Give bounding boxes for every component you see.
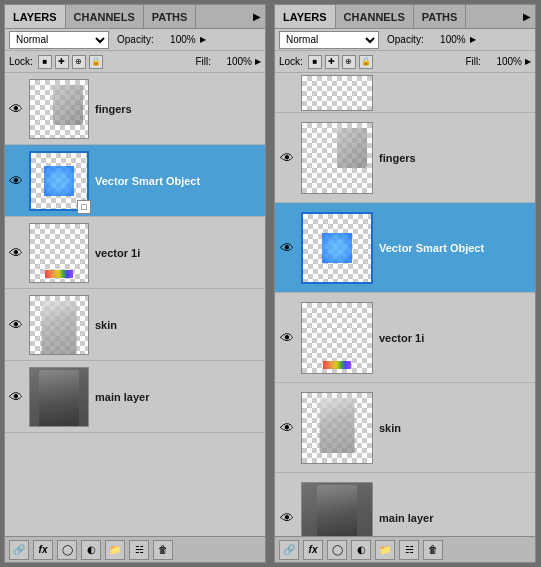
right-lock-position-icon[interactable]: ✚	[325, 55, 339, 69]
left-eye-skin[interactable]: 👁	[7, 316, 25, 334]
right-eye-main[interactable]: 👁	[277, 509, 297, 527]
left-btn-link[interactable]: 🔗	[9, 540, 29, 560]
right-fill-value: 100%	[484, 56, 522, 67]
left-lock-move-icon[interactable]: ⊕	[72, 55, 86, 69]
left-btn-new[interactable]: ☵	[129, 540, 149, 560]
right-eye-skin[interactable]: 👁	[277, 419, 297, 437]
left-fill-arrow[interactable]: ▶	[255, 57, 261, 66]
left-lock-pixels-icon[interactable]: ■	[38, 55, 52, 69]
right-lock-pixels-icon[interactable]: ■	[308, 55, 322, 69]
right-fill-arrow[interactable]: ▶	[525, 57, 531, 66]
right-name-fingers: fingers	[379, 152, 416, 164]
right-eye-top[interactable]	[277, 84, 297, 102]
left-lock-label: Lock:	[9, 56, 33, 67]
right-blend-select[interactable]: Normal	[279, 31, 379, 49]
right-name-vector-smart: Vector Smart Object	[379, 242, 484, 254]
left-tab-bar: LAYERS CHANNELS PATHS ▶	[5, 5, 265, 29]
left-fill-label: Fill:	[195, 56, 211, 67]
left-eye-vector1i[interactable]: 👁	[7, 244, 25, 262]
left-tab-paths[interactable]: PATHS	[144, 5, 197, 28]
left-btn-fx[interactable]: fx	[33, 540, 53, 560]
right-tab-channels[interactable]: CHANNELS	[336, 5, 414, 28]
right-lock-all-icon[interactable]: 🔒	[359, 55, 373, 69]
right-name-vector1i: vector 1i	[379, 332, 424, 344]
left-opacity-value: 100%	[158, 34, 196, 45]
right-eye-vector-smart[interactable]: 👁	[277, 239, 297, 257]
right-lock-row: Lock: ■ ✚ ⊕ 🔒 Fill: 100% ▶	[275, 51, 535, 73]
right-blend-row: Normal Opacity: 100% ▶	[275, 29, 535, 51]
right-opacity-value: 100%	[428, 34, 466, 45]
left-fill-value: 100%	[214, 56, 252, 67]
right-layer-fingers[interactable]: 👁 fingers	[275, 113, 535, 203]
right-layer-skin[interactable]: 👁 skin	[275, 383, 535, 473]
left-eye-fingers[interactable]: 👁	[7, 100, 25, 118]
left-layer-fingers[interactable]: 👁 fingers	[5, 73, 265, 145]
left-thumb-main	[29, 367, 89, 427]
right-btn-fx[interactable]: fx	[303, 540, 323, 560]
left-name-vector1i: vector 1i	[95, 247, 140, 259]
left-layer-main[interactable]: 👁 main layer	[5, 361, 265, 433]
right-thumb-vector1i	[301, 302, 373, 374]
right-layer-top-cropped[interactable]	[275, 73, 535, 113]
left-tab-channels[interactable]: CHANNELS	[66, 5, 144, 28]
right-layer-vector-smart[interactable]: 👁 Vector Smart Object	[275, 203, 535, 293]
right-name-main: main layer	[379, 512, 433, 524]
right-btn-group[interactable]: 📁	[375, 540, 395, 560]
right-lock-move-icon[interactable]: ⊕	[342, 55, 356, 69]
right-eye-vector1i[interactable]: 👁	[277, 329, 297, 347]
left-tab-layers[interactable]: LAYERS	[5, 5, 66, 28]
right-tab-layers[interactable]: LAYERS	[275, 5, 336, 28]
left-lock-row: Lock: ■ ✚ ⊕ 🔒 Fill: 100% ▶	[5, 51, 265, 73]
left-btn-mask[interactable]: ◯	[57, 540, 77, 560]
right-thumb-top-cropped	[301, 75, 373, 111]
right-eye-fingers[interactable]: 👁	[277, 149, 297, 167]
right-tab-paths[interactable]: PATHS	[414, 5, 467, 28]
left-layers-list[interactable]: 👁 fingers 👁 Vector Smart Object □	[5, 73, 265, 536]
right-panel: LAYERS CHANNELS PATHS ▶ Normal Opacity: …	[274, 4, 536, 563]
right-tab-bar: LAYERS CHANNELS PATHS ▶	[275, 5, 535, 29]
left-thumb-vector1i	[29, 223, 89, 283]
left-smart-badge: □	[77, 200, 91, 214]
right-thumb-vector-smart	[301, 212, 373, 284]
left-layer-vector-smart[interactable]: 👁 Vector Smart Object □	[5, 145, 265, 217]
left-layer-vector1i[interactable]: 👁 vector 1i	[5, 217, 265, 289]
right-btn-new[interactable]: ☵	[399, 540, 419, 560]
right-btn-link[interactable]: 🔗	[279, 540, 299, 560]
left-lock-position-icon[interactable]: ✚	[55, 55, 69, 69]
right-btn-mask[interactable]: ◯	[327, 540, 347, 560]
right-thumb-fingers	[301, 122, 373, 194]
right-thumb-main	[301, 482, 373, 537]
left-eye-vector-smart[interactable]: 👁	[7, 172, 25, 190]
left-btn-delete[interactable]: 🗑	[153, 540, 173, 560]
left-btn-group[interactable]: 📁	[105, 540, 125, 560]
left-bottom-toolbar: 🔗 fx ◯ ◐ 📁 ☵ 🗑	[5, 536, 265, 562]
right-opacity-label: Opacity:	[387, 34, 424, 45]
right-opacity-arrow[interactable]: ▶	[470, 35, 476, 44]
left-blend-select[interactable]: Normal	[9, 31, 109, 49]
panels-container: LAYERS CHANNELS PATHS ▶ Normal Opacity: …	[0, 0, 541, 567]
right-thumb-skin	[301, 392, 373, 464]
left-lock-all-icon[interactable]: 🔒	[89, 55, 103, 69]
left-name-skin: skin	[95, 319, 117, 331]
left-opacity-arrow[interactable]: ▶	[200, 35, 206, 44]
right-layer-main[interactable]: 👁 main layer	[275, 473, 535, 536]
left-thumb-fingers	[29, 79, 89, 139]
right-panel-menu-icon[interactable]: ▶	[519, 11, 535, 22]
left-name-vector-smart: Vector Smart Object	[95, 175, 200, 187]
right-lock-label: Lock:	[279, 56, 303, 67]
right-fill-label: Fill:	[465, 56, 481, 67]
left-panel-menu-icon[interactable]: ▶	[249, 11, 265, 22]
right-btn-delete[interactable]: 🗑	[423, 540, 443, 560]
right-layers-list[interactable]: 👁 fingers 👁 Vector Smart Object 👁	[275, 73, 535, 536]
left-opacity-label: Opacity:	[117, 34, 154, 45]
left-name-main: main layer	[95, 391, 149, 403]
left-thumb-skin	[29, 295, 89, 355]
left-eye-main[interactable]: 👁	[7, 388, 25, 406]
left-panel: LAYERS CHANNELS PATHS ▶ Normal Opacity: …	[4, 4, 266, 563]
right-layer-vector1i[interactable]: 👁 vector 1i	[275, 293, 535, 383]
left-name-fingers: fingers	[95, 103, 132, 115]
left-layer-skin[interactable]: 👁 skin	[5, 289, 265, 361]
left-btn-adjustment[interactable]: ◐	[81, 540, 101, 560]
right-name-skin: skin	[379, 422, 401, 434]
right-btn-adjustment[interactable]: ◐	[351, 540, 371, 560]
